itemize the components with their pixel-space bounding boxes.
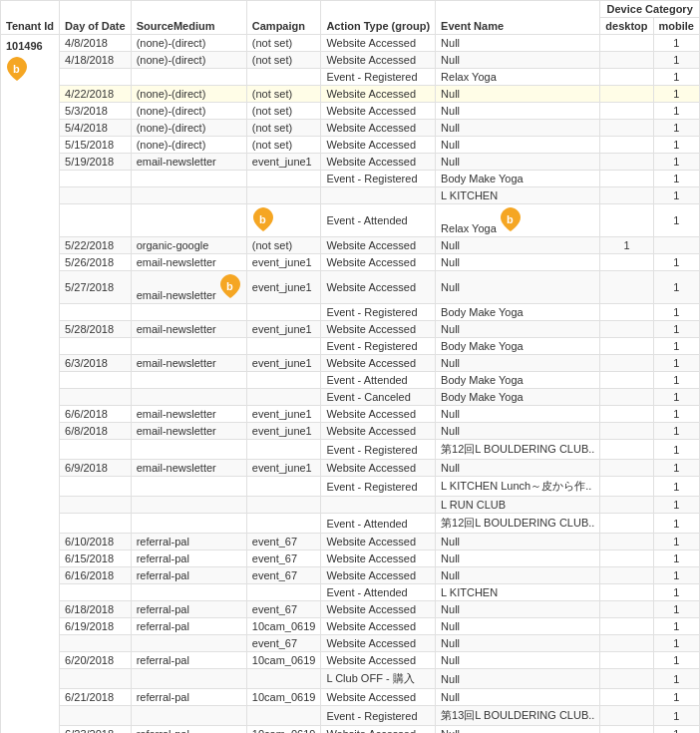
event-name-cell: Null (436, 460, 600, 477)
mobile-cell: 1 (653, 726, 699, 734)
date-cell: 6/8/2018 (60, 423, 132, 440)
mobile-cell: 1 (653, 567, 699, 584)
mobile-cell: 1 (653, 497, 699, 514)
event-name-cell: Body Make Yoga (436, 389, 600, 406)
campaign-cell (246, 669, 321, 689)
desktop-cell (600, 534, 653, 550)
table-row: 6/16/2018referral-palevent_67Website Acc… (1, 567, 700, 584)
action-type-cell (321, 497, 436, 514)
action-type-cell: Website Accessed (321, 652, 436, 669)
source-cell: email-newsletter (131, 406, 246, 423)
desktop-cell (600, 52, 653, 69)
source-cell: organic-google (131, 237, 246, 254)
source-cell: (none)-(direct) (131, 52, 246, 69)
desktop-cell (600, 550, 653, 567)
table-row: Event - RegisteredL KITCHEN Lunch～皮から作..… (1, 477, 700, 497)
event-name-cell: Null (436, 52, 600, 69)
action-type-cell: Website Accessed (321, 534, 436, 550)
table-row: L Club OFF - 購入Null1 (1, 669, 700, 689)
campaign-cell: event_june1 (246, 355, 321, 372)
campaign-cell: event_june1 (246, 154, 321, 171)
mobile-header: mobile (653, 18, 699, 35)
event-name-cell: L RUN CLUB (436, 497, 600, 514)
mobile-cell: 1 (653, 440, 699, 460)
table-row: 5/26/2018email-newsletterevent_june1Webs… (1, 254, 700, 271)
campaign-cell: event_june1 (246, 406, 321, 423)
date-cell (60, 187, 132, 204)
action-type-cell: Website Accessed (321, 237, 436, 254)
event-name-cell: Null (436, 254, 600, 271)
campaign-cell (246, 187, 321, 204)
source-cell (131, 204, 246, 237)
desktop-cell (600, 406, 653, 423)
campaign-cell: (not set) (246, 103, 321, 120)
source-cell (131, 635, 246, 652)
desktop-cell (600, 514, 653, 534)
action-type-cell (321, 187, 436, 204)
table-row: 101496 b 4/8/2018(none)-(direct)(not set… (1, 35, 700, 52)
table-row: 6/6/2018email-newsletterevent_june1Websi… (1, 406, 700, 423)
tenant-logo: b (6, 56, 54, 84)
event-name-cell: 第13回L BOULDERING CLUB.. (436, 706, 600, 726)
campaign-cell (246, 440, 321, 460)
source-cell (131, 669, 246, 689)
desktop-cell (600, 477, 653, 497)
action-type-cell: Website Accessed (321, 120, 436, 137)
date-cell (60, 584, 132, 601)
desktop-cell (600, 304, 653, 321)
date-cell: 6/10/2018 (60, 534, 132, 550)
campaign-cell: event_june1 (246, 321, 321, 338)
campaign-cell (246, 514, 321, 534)
desktop-cell (600, 355, 653, 372)
table-row: 6/23/2018referral-pal10cam_0619Website A… (1, 726, 700, 734)
table-row: 5/22/2018organic-google(not set)Website … (1, 237, 700, 254)
campaign-cell: event_june1 (246, 254, 321, 271)
table-row: 6/18/2018referral-palevent_67Website Acc… (1, 601, 700, 618)
event-name-cell: Null (436, 652, 600, 669)
date-cell: 5/3/2018 (60, 103, 132, 120)
desktop-cell (600, 86, 653, 103)
event-name-cell: L KITCHEN Lunch～皮から作.. (436, 477, 600, 497)
source-cell: referral-pal (131, 618, 246, 635)
date-cell (60, 338, 132, 355)
desktop-cell (600, 69, 653, 86)
source-cell (131, 372, 246, 389)
source-cell (131, 389, 246, 406)
date-cell: 6/15/2018 (60, 550, 132, 567)
action-type-cell: Website Accessed (321, 154, 436, 171)
campaign-cell: event_67 (246, 635, 321, 652)
table-row: Event - RegisteredBody Make Yoga1 (1, 171, 700, 187)
desktop-header: desktop (600, 18, 653, 35)
date-cell: 6/9/2018 (60, 460, 132, 477)
campaign-cell: 10cam_0619 (246, 726, 321, 734)
campaign-cell: event_june1 (246, 460, 321, 477)
source-cell: referral-pal (131, 534, 246, 550)
mobile-cell: 1 (653, 514, 699, 534)
campaign-cell: b (246, 204, 321, 237)
event-text: Null (441, 281, 460, 293)
desktop-cell (600, 460, 653, 477)
date-cell: 6/21/2018 (60, 689, 132, 706)
date-cell: 5/22/2018 (60, 237, 132, 254)
table-row: 5/4/2018(none)-(direct)(not set)Website … (1, 120, 700, 137)
source-cell: email-newsletter (131, 154, 246, 171)
action-type-cell: Website Accessed (321, 550, 436, 567)
action-type-cell: Event - Attended (321, 204, 436, 237)
table-row: L KITCHEN1 (1, 187, 700, 204)
mobile-cell: 1 (653, 389, 699, 406)
campaign-cell: 10cam_0619 (246, 618, 321, 635)
event-name-cell: Relax Yoga (436, 69, 600, 86)
tenant-id-header: Tenant Id (1, 1, 60, 35)
date-cell (60, 514, 132, 534)
date-cell (60, 304, 132, 321)
desktop-cell (600, 204, 653, 237)
event-text: Relax Yoga (441, 222, 497, 234)
source-cell: referral-pal (131, 567, 246, 584)
campaign-cell: event_67 (246, 550, 321, 567)
event-name-cell: Null (436, 35, 600, 52)
event-name-cell: Null (436, 601, 600, 618)
date-cell: 5/26/2018 (60, 254, 132, 271)
date-cell: 4/22/2018 (60, 86, 132, 103)
inline-logo: b (252, 222, 274, 234)
event-name-cell: Null (436, 154, 600, 171)
